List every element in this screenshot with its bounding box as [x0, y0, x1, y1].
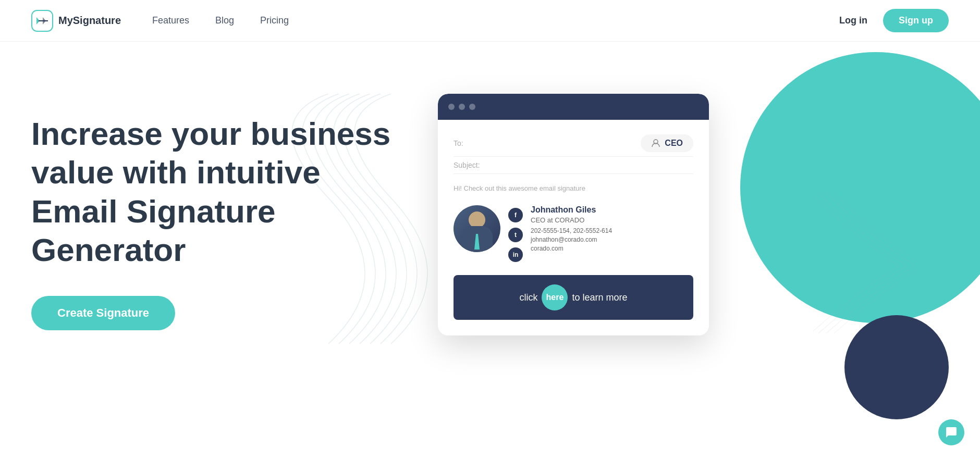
cta-pre-text: click — [519, 292, 537, 303]
mockup-dot-2 — [459, 104, 465, 110]
hero-left: Increase your business value with intuit… — [31, 83, 396, 461]
chat-icon — [945, 426, 958, 439]
mockup-dot-1 — [448, 104, 455, 110]
email-mockup: To: CEO Subject: Hi! Check out this awes… — [438, 94, 709, 335]
dark-circle-decoration — [844, 315, 949, 419]
create-signature-button[interactable]: Create Signature — [31, 296, 175, 330]
email-to-field: To: CEO — [454, 130, 693, 157]
email-subject-field: Subject: — [454, 157, 693, 174]
nav-links: Features Blog Pricing — [152, 15, 839, 26]
to-label: To: — [454, 139, 490, 147]
hero-right: To: CEO Subject: Hi! Check out this awes… — [396, 83, 949, 461]
sig-website: corado.com — [531, 245, 693, 252]
logo-text: MySignature — [58, 15, 121, 27]
social-icons: f t in — [508, 205, 523, 262]
sig-name: Johnathon Giles — [531, 205, 693, 215]
signature-info: Johnathon Giles CEO at CORADO 202-5555-1… — [531, 205, 693, 252]
signup-button[interactable]: Sign up — [883, 9, 949, 32]
mockup-body: To: CEO Subject: Hi! Check out this awes… — [438, 120, 709, 335]
ceo-badge-text: CEO — [665, 139, 683, 148]
subject-label: Subject: — [454, 161, 490, 169]
mockup-header — [438, 94, 709, 120]
nav-features[interactable]: Features — [152, 15, 189, 26]
hero-title: Increase your business value with intuit… — [31, 115, 396, 270]
chat-bubble-button[interactable] — [938, 419, 964, 445]
cta-post-text: to learn more — [572, 292, 627, 303]
navbar: MySignature Features Blog Pricing Log in… — [0, 0, 980, 42]
signature-avatar — [454, 205, 500, 252]
user-icon — [651, 139, 660, 148]
nav-blog[interactable]: Blog — [215, 15, 234, 26]
sig-email: johnathon@corado.com — [531, 236, 693, 243]
person-tie — [474, 234, 480, 250]
login-button[interactable]: Log in — [839, 15, 867, 26]
logo-icon — [31, 10, 53, 32]
ceo-badge: CEO — [641, 134, 693, 152]
cta-here-button[interactable]: here — [542, 284, 568, 310]
sig-phone: 202-5555-154, 202-5552-614 — [531, 227, 693, 234]
sig-title: CEO at CORADO — [531, 216, 693, 224]
main-content: Increase your business value with intuit… — [0, 42, 980, 461]
person-body — [461, 226, 493, 252]
email-body-text: Hi! Check out this awesome email signatu… — [454, 184, 693, 192]
twitter-icon[interactable]: t — [508, 228, 523, 242]
linkedin-icon[interactable]: in — [508, 247, 523, 262]
cta-banner[interactable]: click here to learn more — [454, 275, 693, 320]
signature-block: f t in Johnathon Giles CEO at CORADO 202… — [454, 205, 693, 262]
logo[interactable]: MySignature — [31, 10, 121, 32]
nav-right: Log in Sign up — [839, 9, 949, 32]
mockup-dot-3 — [469, 104, 475, 110]
nav-pricing[interactable]: Pricing — [260, 15, 289, 26]
facebook-icon[interactable]: f — [508, 208, 523, 222]
